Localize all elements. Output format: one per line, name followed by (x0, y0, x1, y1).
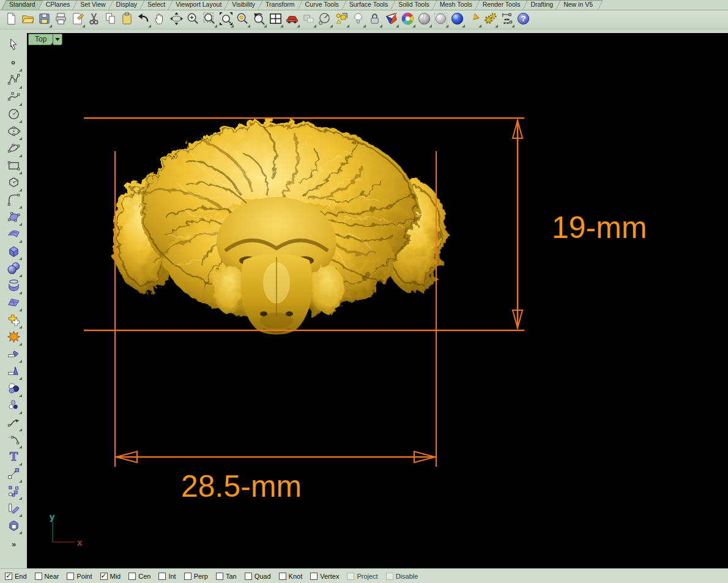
zoom-extents-button[interactable] (218, 12, 234, 28)
flyout-corner-icon[interactable] (511, 24, 514, 28)
osnap-quad[interactable]: Quad (245, 573, 271, 580)
array-button[interactable] (4, 483, 23, 500)
help-button[interactable]: ? (515, 12, 532, 28)
osnap-mid-checkbox[interactable] (100, 573, 108, 580)
osnap-cen-checkbox[interactable] (128, 573, 136, 580)
lock-objects-button[interactable] (366, 12, 383, 28)
dimension-tools-button[interactable] (499, 12, 515, 28)
interpolated-curve-button[interactable] (4, 141, 23, 158)
flyout-corner-icon[interactable] (297, 24, 300, 28)
pan-button[interactable] (152, 12, 168, 28)
flyout-corner-icon[interactable] (19, 445, 22, 448)
color-wheel-button[interactable] (399, 12, 416, 28)
solid-tools-button[interactable] (4, 518, 23, 535)
rotate-view-button[interactable] (168, 12, 185, 28)
print-button[interactable] (53, 12, 69, 28)
cplane-button[interactable] (317, 12, 333, 28)
zoom-window-button[interactable] (201, 12, 218, 28)
lights-button[interactable] (350, 12, 366, 28)
tab-set-view[interactable]: Set View (75, 0, 113, 10)
flyout-corner-icon[interactable] (19, 171, 22, 174)
tab-render-tools[interactable]: Render Tools (477, 0, 529, 10)
save-button[interactable] (36, 12, 53, 28)
flyout-corner-icon[interactable] (313, 24, 316, 28)
osnap-tan[interactable]: Tan (216, 573, 237, 580)
flyout-corner-icon[interactable] (19, 394, 22, 397)
surface-from-points-button[interactable] (4, 209, 23, 226)
options-gears-button[interactable] (482, 12, 499, 28)
picture-frame-button[interactable] (466, 12, 482, 28)
flyout-corner-icon[interactable] (19, 428, 22, 431)
flyout-corner-icon[interactable] (19, 86, 22, 89)
tab-mesh-tools[interactable]: Mesh Tools (434, 0, 480, 10)
rectangle-button[interactable] (4, 158, 23, 175)
osnap-quad-checkbox[interactable] (245, 573, 252, 580)
shaded-viewport-button[interactable] (416, 12, 433, 28)
flyout-corner-icon[interactable] (19, 377, 22, 380)
osnap-disable[interactable]: Disable (386, 573, 418, 580)
cut-button[interactable] (86, 12, 102, 28)
flyout-corner-icon[interactable] (19, 274, 22, 277)
surface-corner-button[interactable] (4, 226, 23, 243)
osnap-tan-checkbox[interactable] (216, 573, 223, 580)
viewport-layout-button[interactable] (267, 12, 284, 28)
cylinder-button[interactable] (4, 278, 23, 295)
polyline-button[interactable] (4, 72, 23, 89)
group-objects-button[interactable] (4, 398, 23, 415)
osnap-knot-checkbox[interactable] (279, 573, 286, 580)
boolean-difference-button[interactable] (4, 381, 23, 398)
flyout-corner-icon[interactable] (478, 24, 481, 28)
osnap-cen[interactable]: Cen (128, 573, 150, 580)
flyout-corner-icon[interactable] (19, 531, 22, 534)
osnap-near[interactable]: Near (35, 573, 59, 580)
flyout-corner-icon[interactable] (19, 103, 22, 106)
trim-button[interactable] (4, 346, 23, 363)
viewport-canvas[interactable]: 19-mm 28.5-mm y x (27, 33, 728, 568)
viewport-title-label[interactable]: Top (28, 34, 53, 45)
zoom-dynamic-button[interactable] (185, 12, 201, 28)
flyout-corner-icon[interactable] (214, 24, 217, 28)
flyout-corner-icon[interactable] (19, 69, 22, 72)
tab-standard[interactable]: Standard (4, 0, 43, 10)
circle-button[interactable] (4, 106, 23, 124)
osnap-near-checkbox[interactable] (35, 573, 42, 580)
viewport-title-dropdown[interactable] (53, 34, 62, 45)
flyout-corner-icon[interactable] (19, 497, 22, 500)
flyout-corner-icon[interactable] (247, 24, 250, 28)
paste-button[interactable] (119, 12, 135, 28)
point-button[interactable] (4, 55, 23, 72)
flyout-corner-icon[interactable] (462, 24, 465, 28)
osnap-vertex-checkbox[interactable] (310, 573, 318, 580)
open-file-button[interactable] (20, 12, 36, 28)
flyout-corner-icon[interactable] (19, 188, 22, 191)
polygon-button[interactable] (4, 175, 23, 192)
flyout-corner-icon[interactable] (495, 24, 498, 28)
flyout-corner-icon[interactable] (19, 360, 22, 363)
patch-surface-button[interactable] (4, 295, 23, 312)
flyout-corner-icon[interactable] (429, 24, 432, 28)
flyout-corner-icon[interactable] (19, 240, 22, 243)
flyout-corner-icon[interactable] (396, 24, 399, 28)
render-button[interactable] (383, 12, 399, 28)
osnap-knot[interactable]: Knot (279, 573, 303, 580)
copy-button[interactable] (102, 12, 119, 28)
osnap-point-checkbox[interactable] (67, 573, 74, 580)
text-object-button[interactable]: T (4, 449, 23, 466)
flyout-corner-icon[interactable] (280, 24, 283, 28)
osnap-perp-checkbox[interactable] (184, 573, 191, 580)
flyout-corner-icon[interactable] (19, 462, 22, 466)
flyout-corner-icon[interactable] (346, 24, 349, 28)
flyout-corner-icon[interactable] (19, 411, 22, 414)
flyout-corner-icon[interactable] (330, 24, 333, 28)
named-views-button[interactable] (284, 12, 300, 28)
viewport-top[interactable]: Top (27, 33, 728, 568)
flyout-corner-icon[interactable] (363, 24, 366, 28)
osnap-point[interactable]: Point (67, 573, 92, 580)
rendered-viewport-button[interactable] (449, 12, 466, 28)
control-point-curve-button[interactable] (4, 89, 23, 106)
osnap-perp[interactable]: Perp (184, 573, 208, 580)
flyout-corner-icon[interactable] (19, 154, 22, 157)
tab-solid-tools[interactable]: Solid Tools (393, 0, 437, 10)
sphere-button[interactable] (4, 261, 23, 278)
flyout-corner-icon[interactable] (82, 24, 85, 28)
